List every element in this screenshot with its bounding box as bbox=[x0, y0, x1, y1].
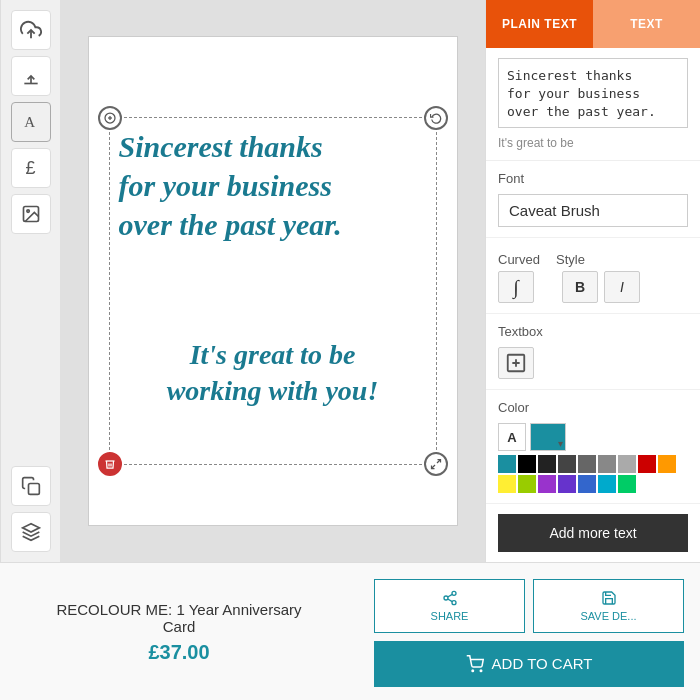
color-swatch-yellow[interactable] bbox=[498, 475, 516, 493]
current-color-swatch[interactable] bbox=[530, 423, 566, 451]
card-text-main: Sincerest thanksfor your businessover th… bbox=[119, 127, 427, 244]
svg-point-16 bbox=[452, 600, 456, 604]
color-swatch-dark2[interactable] bbox=[558, 455, 576, 473]
product-info: RECOLOUR ME: 1 Year AnniversaryCard £37.… bbox=[0, 563, 358, 700]
copy-btn[interactable] bbox=[11, 466, 51, 506]
color-swatch-green[interactable] bbox=[618, 475, 636, 493]
color-swatch-lime[interactable] bbox=[518, 475, 536, 493]
style-label: Style bbox=[556, 252, 606, 267]
cart-icon bbox=[466, 655, 484, 673]
right-panel: PLAIN TEXT TEXT Sincerest thanks for you… bbox=[485, 0, 700, 562]
svg-line-17 bbox=[447, 599, 452, 602]
svg-point-19 bbox=[472, 670, 474, 672]
color-row: A bbox=[498, 423, 688, 493]
handle-rotate[interactable] bbox=[424, 106, 448, 130]
share-label: SHARE bbox=[431, 610, 469, 622]
color-swatch-blue[interactable] bbox=[578, 475, 596, 493]
italic-btn[interactable]: I bbox=[604, 271, 640, 303]
bottom-bar: RECOLOUR ME: 1 Year AnniversaryCard £37.… bbox=[0, 562, 700, 700]
image-btn[interactable] bbox=[11, 194, 51, 234]
canvas-area: Sincerest thanksfor your businessover th… bbox=[60, 0, 485, 562]
color-a-label: A bbox=[498, 423, 526, 451]
color-label: Color bbox=[498, 400, 688, 415]
bold-btn[interactable]: B bbox=[562, 271, 598, 303]
color-swatch-gray1[interactable] bbox=[578, 455, 596, 473]
italic-icon: I bbox=[620, 279, 624, 295]
bottom-actions: SHARE SAVE DE... ADD TO CART bbox=[358, 563, 700, 700]
plain-text-tab[interactable]: PLAIN TEXT bbox=[486, 0, 593, 48]
save-label: SAVE DE... bbox=[580, 610, 636, 622]
svg-marker-7 bbox=[22, 524, 39, 532]
save-btn[interactable]: SAVE DE... bbox=[533, 579, 684, 633]
color-swatches bbox=[498, 455, 688, 493]
svg-point-15 bbox=[444, 596, 448, 600]
color-swatch-orange[interactable] bbox=[658, 455, 676, 473]
color-swatch-cyan[interactable] bbox=[598, 475, 616, 493]
text-tab[interactable]: TEXT bbox=[593, 0, 700, 48]
color-swatch-black[interactable] bbox=[518, 455, 536, 473]
app-container: A £ bbox=[0, 0, 700, 700]
color-swatch-gray2[interactable] bbox=[598, 455, 616, 473]
share-save-row: SHARE SAVE DE... bbox=[374, 579, 684, 633]
textbox-section: Textbox bbox=[486, 314, 700, 390]
currency-btn[interactable]: £ bbox=[11, 148, 51, 188]
share-icon bbox=[442, 590, 458, 606]
font-section: Font Caveat Brush bbox=[486, 161, 700, 238]
svg-point-14 bbox=[452, 591, 456, 595]
curved-btn[interactable]: ∫ bbox=[498, 271, 534, 303]
curved-icon: ∫ bbox=[513, 276, 518, 299]
text-preview-input[interactable]: Sincerest thanks for your business over … bbox=[498, 58, 688, 128]
share-btn[interactable]: SHARE bbox=[374, 579, 525, 633]
curved-row: Curved Style bbox=[498, 252, 688, 267]
svg-line-18 bbox=[447, 594, 452, 597]
handle-delete[interactable] bbox=[98, 452, 122, 476]
svg-rect-6 bbox=[28, 484, 39, 495]
save-icon bbox=[601, 590, 617, 606]
tab-bar: PLAIN TEXT TEXT bbox=[486, 0, 700, 48]
layers-btn[interactable] bbox=[11, 512, 51, 552]
font-selector[interactable]: Caveat Brush bbox=[498, 194, 688, 227]
style-section: Curved Style ∫ B I bbox=[486, 238, 700, 314]
color-swatch-light[interactable] bbox=[618, 455, 636, 473]
curved-label: Curved bbox=[498, 252, 548, 267]
text-preview-section: Sincerest thanks for your business over … bbox=[486, 48, 700, 161]
font-label: Font bbox=[498, 171, 688, 186]
color-swatch-purple2[interactable] bbox=[558, 475, 576, 493]
image-upload-btn[interactable] bbox=[11, 10, 51, 50]
color-swatch-dark1[interactable] bbox=[538, 455, 556, 473]
svg-point-5 bbox=[26, 210, 28, 213]
color-swatch-red[interactable] bbox=[638, 455, 656, 473]
style-buttons-row: ∫ B I bbox=[498, 271, 688, 303]
upload-btn[interactable] bbox=[11, 56, 51, 96]
card-text-secondary: It's great to beworking with you! bbox=[119, 337, 427, 410]
text-hint: It's great to be bbox=[498, 132, 688, 150]
add-to-cart-label: ADD TO CART bbox=[492, 655, 593, 672]
svg-text:A: A bbox=[24, 114, 35, 130]
card-canvas[interactable]: Sincerest thanksfor your businessover th… bbox=[88, 36, 458, 526]
textbox-resize-btn[interactable] bbox=[498, 347, 534, 379]
left-toolbar: A £ bbox=[0, 0, 60, 562]
handle-resize[interactable] bbox=[424, 452, 448, 476]
color-section: Color A bbox=[486, 390, 700, 504]
product-title: RECOLOUR ME: 1 Year AnniversaryCard bbox=[24, 601, 334, 635]
add-to-cart-btn[interactable]: ADD TO CART bbox=[374, 641, 684, 687]
text-tool-btn[interactable]: A bbox=[11, 102, 51, 142]
color-swatch-purple1[interactable] bbox=[538, 475, 556, 493]
color-swatch-teal[interactable] bbox=[498, 455, 516, 473]
add-text-btn[interactable]: Add more text bbox=[498, 514, 688, 552]
svg-point-20 bbox=[480, 670, 482, 672]
editor-area: A £ bbox=[0, 0, 700, 562]
textbox-label: Textbox bbox=[498, 324, 688, 339]
product-price: £37.00 bbox=[24, 641, 334, 664]
bold-icon: B bbox=[575, 279, 585, 295]
